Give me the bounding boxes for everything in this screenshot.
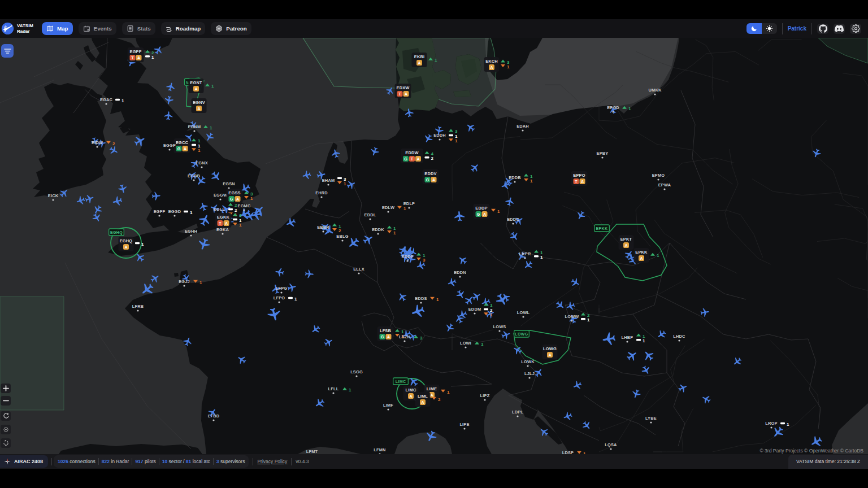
svg-text:EDLW: EDLW bbox=[382, 205, 394, 210]
svg-text:EGHH: EGHH bbox=[185, 229, 197, 234]
svg-text:EGPF: EGPF bbox=[130, 49, 142, 54]
svg-text:A: A bbox=[548, 353, 551, 357]
svg-text:EDAH: EDAH bbox=[517, 124, 529, 129]
svg-text:2: 2 bbox=[431, 156, 434, 161]
svg-text:A: A bbox=[483, 212, 486, 216]
svg-text:1: 1 bbox=[239, 223, 242, 228]
svg-text:LIPZ: LIPZ bbox=[480, 393, 490, 398]
svg-text:LIML: LIML bbox=[418, 394, 428, 399]
svg-text:1: 1 bbox=[190, 210, 193, 215]
svg-text:LKPR: LKPR bbox=[519, 251, 531, 256]
svg-text:LYBE: LYBE bbox=[645, 416, 657, 421]
svg-text:1: 1 bbox=[250, 196, 253, 201]
svg-text:EGKK: EGKK bbox=[217, 215, 230, 220]
svg-text:EKCH: EKCH bbox=[485, 59, 498, 64]
svg-text:EDLP: EDLP bbox=[403, 201, 415, 206]
svg-text:T: T bbox=[398, 92, 401, 96]
svg-text:EPBY: EPBY bbox=[597, 151, 609, 156]
svg-text:LOWG: LOWG bbox=[515, 332, 528, 336]
svg-text:LIPE: LIPE bbox=[459, 422, 469, 427]
svg-text:EGHQ: EGHQ bbox=[110, 230, 123, 235]
svg-text:LFMN: LFMN bbox=[374, 447, 385, 452]
svg-text:3: 3 bbox=[423, 258, 426, 263]
svg-text:1: 1 bbox=[198, 148, 201, 153]
svg-text:T: T bbox=[411, 157, 414, 161]
svg-text:EDDC: EDDC bbox=[507, 217, 519, 222]
svg-text:G: G bbox=[426, 178, 429, 182]
svg-text:EDDN: EDDN bbox=[454, 270, 466, 275]
svg-text:LDSP: LDSP bbox=[562, 450, 574, 454]
svg-text:EPMO: EPMO bbox=[652, 173, 665, 178]
svg-text:A: A bbox=[421, 400, 424, 404]
svg-text:1: 1 bbox=[507, 64, 510, 69]
svg-text:EGFF: EGFF bbox=[154, 209, 166, 214]
svg-text:LOWK: LOWK bbox=[521, 359, 535, 364]
svg-text:EBLG: EBLG bbox=[336, 234, 348, 239]
svg-text:EDDH: EDDH bbox=[433, 133, 446, 138]
svg-text:1: 1 bbox=[530, 178, 533, 184]
svg-text:EGLL: EGLL bbox=[214, 207, 225, 212]
svg-text:A: A bbox=[225, 221, 228, 225]
svg-text:EPGD: EPGD bbox=[607, 105, 619, 110]
svg-text:EGNM: EGNM bbox=[188, 124, 201, 129]
svg-text:EGKA: EGKA bbox=[216, 227, 229, 232]
svg-text:2: 2 bbox=[438, 397, 441, 402]
svg-text:EGJJ: EGJJ bbox=[179, 279, 190, 284]
svg-text:1: 1 bbox=[587, 317, 590, 323]
svg-text:EDDP: EDDP bbox=[475, 206, 487, 211]
svg-text:LHDC: LHDC bbox=[673, 334, 685, 339]
svg-text:1: 1 bbox=[121, 98, 124, 103]
svg-text:A: A bbox=[184, 147, 186, 151]
svg-text:LHBP: LHBP bbox=[622, 335, 633, 340]
svg-text:G: G bbox=[477, 212, 480, 216]
svg-text:1: 1 bbox=[435, 58, 437, 63]
svg-text:LROP: LROP bbox=[765, 421, 777, 426]
svg-text:EBBR: EBBR bbox=[317, 225, 329, 230]
svg-text:EIDW: EIDW bbox=[92, 140, 103, 145]
svg-text:LOWI: LOWI bbox=[460, 341, 471, 346]
svg-text:G: G bbox=[177, 147, 181, 151]
svg-text:T: T bbox=[131, 56, 134, 60]
svg-text:1: 1 bbox=[540, 255, 543, 260]
svg-text:EKBI: EKBI bbox=[414, 54, 424, 59]
svg-text:A: A bbox=[405, 92, 407, 96]
svg-text:A: A bbox=[418, 61, 420, 65]
svg-text:LJLJ: LJLJ bbox=[524, 371, 535, 376]
svg-text:1: 1 bbox=[393, 230, 396, 236]
svg-text:EGSS: EGSS bbox=[228, 190, 240, 195]
svg-text:LIMF: LIMF bbox=[383, 403, 393, 408]
svg-text:A: A bbox=[409, 394, 412, 398]
svg-text:EGHQ: EGHQ bbox=[120, 238, 133, 243]
svg-text:A: A bbox=[430, 393, 433, 397]
svg-text:EDDB: EDDB bbox=[509, 175, 521, 180]
svg-text:1: 1 bbox=[210, 125, 212, 130]
svg-text:T: T bbox=[575, 180, 578, 184]
svg-text:EGGD: EGGD bbox=[168, 209, 181, 214]
svg-text:EPKK: EPKK bbox=[596, 226, 607, 230]
svg-text:EPPO: EPPO bbox=[573, 173, 585, 178]
svg-text:EGNX: EGNX bbox=[196, 160, 208, 165]
svg-text:A: A bbox=[490, 66, 493, 69]
svg-text:EHAM: EHAM bbox=[322, 178, 335, 183]
svg-text:LOWW: LOWW bbox=[565, 314, 579, 319]
svg-text:1: 1 bbox=[447, 390, 450, 395]
svg-text:T: T bbox=[219, 221, 222, 225]
svg-text:1: 1 bbox=[151, 55, 154, 60]
svg-text:EICK: EICK bbox=[48, 193, 59, 198]
svg-text:EDDK: EDDK bbox=[372, 227, 384, 232]
svg-text:EDDV: EDDV bbox=[424, 171, 436, 176]
svg-text:1: 1 bbox=[294, 297, 297, 302]
svg-text:EGGW: EGGW bbox=[214, 193, 227, 198]
svg-text:LQSA: LQSA bbox=[605, 442, 617, 447]
svg-text:1: 1 bbox=[199, 280, 202, 285]
svg-text:EDDW: EDDW bbox=[405, 150, 418, 155]
svg-text:A: A bbox=[581, 180, 584, 184]
svg-text:1: 1 bbox=[455, 138, 458, 143]
svg-text:1: 1 bbox=[344, 181, 346, 186]
svg-text:G: G bbox=[381, 335, 384, 339]
svg-text:EPKK: EPKK bbox=[635, 250, 648, 255]
svg-text:1: 1 bbox=[497, 209, 500, 214]
svg-text:EDDS: EDDS bbox=[415, 296, 427, 301]
svg-text:EGSN: EGSN bbox=[223, 181, 235, 186]
svg-text:1: 1 bbox=[349, 387, 351, 393]
